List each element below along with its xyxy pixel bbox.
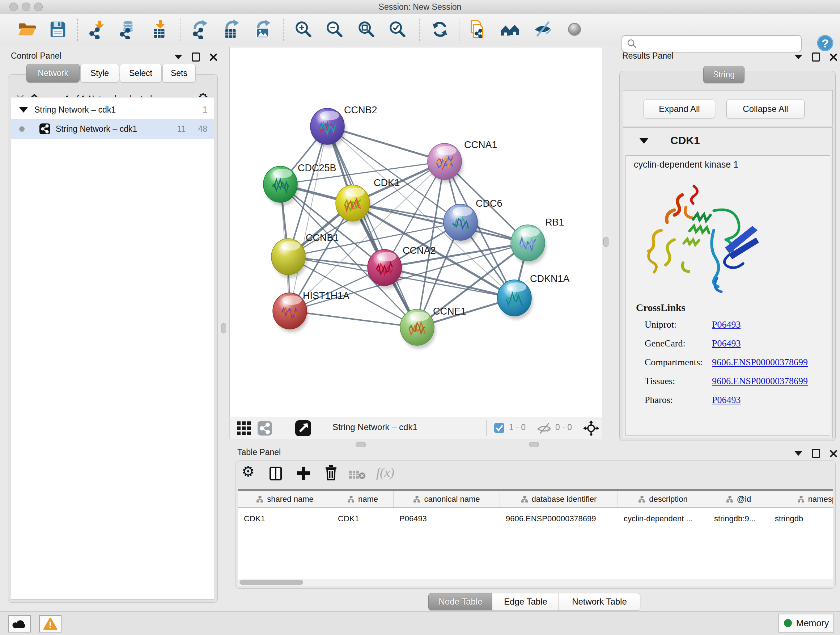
tab-string[interactable]: String bbox=[703, 66, 745, 83]
network-node[interactable] bbox=[497, 280, 533, 319]
column-header-shared-name[interactable]: shared name bbox=[238, 491, 332, 508]
export-network-button[interactable] bbox=[190, 19, 211, 40]
node-table[interactable]: shared namenamecanonical namedatabase id… bbox=[238, 489, 833, 586]
tree-row-root[interactable]: String Network – cdk1 1 bbox=[11, 100, 214, 119]
float-panel-icon[interactable] bbox=[812, 449, 820, 458]
move-crosshair-icon[interactable] bbox=[583, 420, 599, 436]
crosslink-value-link[interactable]: P06493 bbox=[712, 394, 741, 405]
tab-edge-table[interactable]: Edge Table bbox=[492, 593, 559, 610]
birdseye-view-icon[interactable] bbox=[295, 420, 311, 437]
separator bbox=[486, 420, 486, 436]
cloud-button[interactable] bbox=[8, 615, 31, 632]
delete-icon[interactable] bbox=[324, 465, 338, 481]
tab-node-table[interactable]: Node Table bbox=[428, 593, 493, 610]
add-icon[interactable] bbox=[297, 466, 310, 480]
splitter-handle[interactable] bbox=[529, 442, 539, 447]
table-cell[interactable]: cyclin-dependent ... bbox=[618, 511, 708, 527]
control-panel-title: Control Panel bbox=[11, 51, 61, 61]
column-header-database-identifier[interactable]: database identifier bbox=[500, 491, 618, 508]
float-panel-icon[interactable] bbox=[812, 52, 820, 62]
column-header-description[interactable]: description bbox=[618, 491, 708, 508]
network-edge[interactable] bbox=[353, 203, 528, 243]
open-session-button[interactable] bbox=[17, 19, 38, 40]
network-node[interactable] bbox=[400, 309, 436, 348]
table-cell[interactable]: CDK1 bbox=[332, 511, 393, 527]
help-button[interactable]: ? bbox=[816, 34, 834, 52]
search-input[interactable] bbox=[640, 39, 801, 49]
panel-menu-icon[interactable] bbox=[794, 451, 802, 456]
column-header-canonical-name[interactable]: canonical name bbox=[393, 491, 500, 508]
import-network-database-button[interactable] bbox=[117, 19, 138, 40]
zoom-selected-button[interactable] bbox=[387, 19, 408, 40]
splitter-handle[interactable] bbox=[221, 323, 226, 333]
table-cell[interactable]: P06493 bbox=[393, 511, 500, 527]
grid-view-icon[interactable] bbox=[236, 421, 251, 436]
collapse-gene-icon[interactable] bbox=[639, 138, 649, 144]
crosslink-value-link[interactable]: 9606.ENSP00000378699 bbox=[712, 357, 808, 368]
zoom-in-button[interactable] bbox=[293, 19, 314, 40]
splitter-handle[interactable] bbox=[355, 442, 366, 447]
export-image-button[interactable] bbox=[253, 19, 273, 40]
save-session-button[interactable] bbox=[47, 19, 68, 40]
crosslink-value-link[interactable]: 9606.ENSP00000378699 bbox=[712, 376, 808, 386]
scrollbar-thumb[interactable] bbox=[240, 580, 303, 585]
tab-sets[interactable]: Sets bbox=[163, 64, 196, 82]
zoom-fit-button[interactable] bbox=[355, 19, 377, 40]
show-hidden-button[interactable] bbox=[564, 19, 585, 40]
table-gear-icon[interactable]: ⚙ bbox=[242, 464, 255, 478]
tab-style[interactable]: Style bbox=[80, 64, 119, 82]
network-graph[interactable]: CCNB2CCNA1CDC25BCDK1CDC6RB1CCNB1CCNA2CDK… bbox=[230, 48, 602, 417]
clone-network-button[interactable] bbox=[466, 19, 487, 40]
tab-select[interactable]: Select bbox=[120, 64, 162, 82]
refresh-view-button[interactable] bbox=[429, 19, 450, 40]
expand-all-button[interactable]: Expand All bbox=[644, 100, 715, 119]
tree-root-label: String Network – cdk1 bbox=[34, 105, 116, 115]
network-edge[interactable] bbox=[290, 311, 417, 327]
close-panel-icon[interactable] bbox=[829, 53, 837, 61]
hide-selected-button[interactable] bbox=[532, 19, 553, 40]
column-header-name[interactable]: name bbox=[332, 491, 393, 508]
collapse-all-button[interactable]: Collapse All bbox=[726, 100, 805, 119]
column-header-namespace[interactable]: namespace bbox=[769, 491, 833, 508]
float-panel-icon[interactable] bbox=[192, 52, 200, 62]
network-node[interactable] bbox=[368, 249, 403, 289]
table-cell[interactable]: stringdb:9... bbox=[708, 511, 769, 527]
panel-menu-icon[interactable] bbox=[174, 55, 182, 59]
horizontal-scrollbar[interactable] bbox=[238, 579, 833, 586]
network-node[interactable] bbox=[428, 143, 463, 183]
tree-expander-icon[interactable] bbox=[19, 107, 28, 112]
network-node[interactable] bbox=[264, 166, 299, 206]
table-cell[interactable]: CDK1 bbox=[238, 511, 332, 527]
tab-network[interactable]: Network bbox=[27, 64, 80, 82]
selected-checkbox[interactable] bbox=[494, 423, 505, 433]
columns-icon[interactable] bbox=[269, 466, 282, 481]
toolbar-separator bbox=[419, 18, 420, 41]
column-header--id[interactable]: @id bbox=[708, 491, 769, 508]
share-network-icon[interactable] bbox=[257, 421, 272, 436]
network-canvas[interactable]: CCNB2CCNA1CDC25BCDK1CDC6RB1CCNB1CCNA2CDK… bbox=[229, 47, 602, 418]
crosslink-value-link[interactable]: P06493 bbox=[712, 338, 741, 349]
memory-button[interactable]: Memory bbox=[778, 614, 834, 632]
network-edge[interactable] bbox=[290, 126, 327, 311]
tab-network-table[interactable]: Network Table bbox=[559, 593, 640, 610]
close-panel-icon[interactable] bbox=[210, 53, 218, 61]
tree-row-network[interactable]: String Network – cdk1 11 48 bbox=[11, 119, 214, 139]
import-table-file-button[interactable] bbox=[149, 19, 170, 40]
network-node[interactable] bbox=[511, 225, 546, 264]
zoom-out-button[interactable] bbox=[324, 19, 345, 40]
table-cell[interactable]: stringdb bbox=[769, 511, 833, 527]
first-neighbors-button[interactable] bbox=[500, 19, 521, 40]
network-node[interactable] bbox=[336, 185, 371, 225]
export-table-button[interactable] bbox=[221, 19, 242, 40]
memory-status-dot bbox=[784, 619, 792, 627]
panel-menu-icon[interactable] bbox=[794, 55, 802, 59]
crosslink-value-link[interactable]: P06493 bbox=[712, 319, 741, 330]
import-network-file-button[interactable] bbox=[87, 19, 107, 40]
table-cell[interactable]: 9606.ENSP00000378699 bbox=[500, 511, 618, 527]
close-panel-icon[interactable] bbox=[829, 450, 837, 458]
gene-name: CDK1 bbox=[670, 134, 700, 147]
splitter-handle[interactable] bbox=[603, 237, 608, 247]
network-edge[interactable] bbox=[385, 268, 515, 298]
warning-button[interactable] bbox=[39, 615, 62, 632]
table-header-divider bbox=[238, 508, 833, 508]
